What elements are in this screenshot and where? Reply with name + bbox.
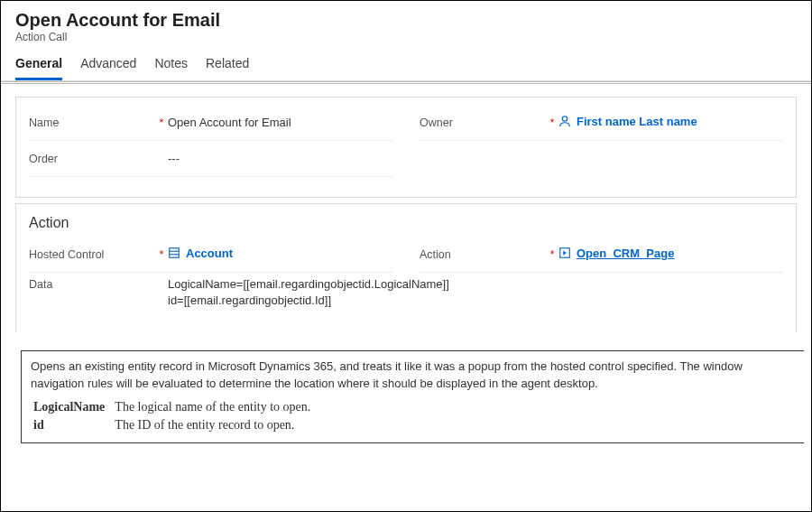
description-text: Opens an existing entity record in Micro…: [31, 358, 795, 391]
param-desc: The ID of the entity record to open.: [114, 417, 311, 433]
field-name-label: Name: [29, 116, 155, 129]
field-owner-label: Owner: [420, 116, 546, 129]
description-box: Opens an existing entity record in Micro…: [21, 350, 804, 442]
param-name: LogicalName: [32, 399, 112, 415]
table-row: LogicalName The logical name of the enti…: [32, 399, 311, 415]
required-marker: *: [546, 248, 558, 261]
field-owner: Owner * First name Last name: [420, 105, 783, 141]
svg-point-0: [562, 116, 567, 121]
required-marker: *: [155, 116, 168, 129]
tab-related[interactable]: Related: [206, 52, 249, 80]
tab-bar: General Advanced Notes Related: [1, 43, 811, 81]
table-row: id The ID of the entity record to open.: [32, 417, 311, 433]
field-order-label: Order: [29, 153, 155, 165]
action-panel: Action Hosted Control *: [15, 203, 797, 332]
tab-notes[interactable]: Notes: [154, 52, 188, 80]
action-display: Open_CRM_Page: [577, 247, 674, 260]
field-order-value[interactable]: ---: [168, 152, 392, 165]
param-desc: The logical name of the entity to open.: [114, 399, 311, 415]
field-action-label: Action: [420, 248, 546, 261]
required-marker: *: [155, 248, 168, 261]
page-title: Open Account for Email: [15, 10, 797, 31]
summary-panel: Name * Open Account for Email Owner *: [15, 97, 797, 198]
field-name: Name * Open Account for Email: [29, 105, 392, 141]
tab-advanced[interactable]: Advanced: [80, 52, 136, 80]
hosted-control-display: Account: [186, 247, 233, 260]
person-icon: [558, 115, 571, 127]
required-marker: *: [546, 116, 558, 129]
param-name: id: [32, 417, 112, 433]
field-data-label: Data: [29, 276, 155, 291]
tab-general[interactable]: General: [15, 52, 62, 80]
field-hosted-control: Hosted Control * Account: [29, 237, 392, 273]
owner-lookup[interactable]: First name Last name: [558, 115, 697, 128]
field-name-value[interactable]: Open Account for Email: [168, 116, 392, 129]
field-data: Data LogicalName=[[email.regardingobject…: [29, 273, 783, 312]
action-lookup[interactable]: Open_CRM_Page: [558, 247, 674, 260]
action-section-title: Action: [29, 215, 783, 231]
description-params-table: LogicalName The logical name of the enti…: [31, 397, 313, 435]
field-hosted-control-label: Hosted Control: [29, 248, 155, 261]
entity-type-label: Action Call: [15, 31, 797, 43]
action-icon: [558, 247, 571, 259]
field-action: Action * Open_CRM_Page: [420, 237, 783, 273]
entity-icon: [168, 247, 180, 259]
svg-rect-1: [170, 248, 180, 258]
field-order: Order ---: [29, 141, 392, 177]
owner-display: First name Last name: [577, 115, 697, 128]
field-data-value[interactable]: LogicalName=[[email.regardingobjectid.Lo…: [168, 276, 783, 309]
hosted-control-lookup[interactable]: Account: [168, 247, 233, 260]
